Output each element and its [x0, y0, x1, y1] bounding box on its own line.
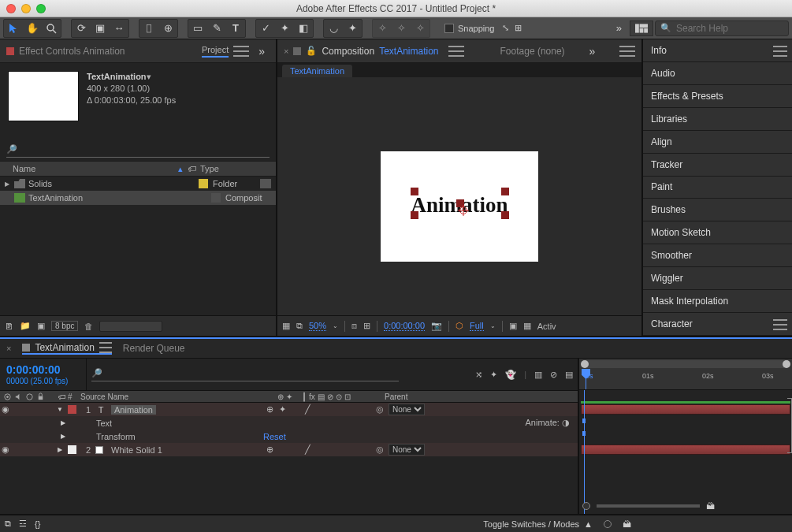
- video-toggle-icon[interactable]: ◉: [0, 445, 11, 455]
- toggle-in-out-icon[interactable]: {}: [35, 519, 40, 529]
- trash-icon[interactable]: 🗑: [84, 322, 93, 331]
- tab-footage[interactable]: Footage (none): [500, 46, 565, 57]
- column-name[interactable]: Name: [13, 164, 178, 173]
- panel-menu-icon[interactable]: [99, 342, 112, 353]
- panel-paint[interactable]: Paint: [643, 177, 792, 199]
- layer-label-swatch[interactable]: [68, 445, 76, 454]
- tabs-overflow-icon[interactable]: »: [584, 45, 600, 58]
- timeline-tracks[interactable]: 🏔: [579, 390, 792, 514]
- anchor-point-tool-icon[interactable]: ⊕: [158, 20, 177, 37]
- channel-icon[interactable]: ⬡: [455, 321, 463, 331]
- zoom-dropdown-icon[interactable]: ⌄: [333, 322, 338, 329]
- panel-smoother[interactable]: Smoother: [643, 244, 792, 267]
- tab-close-icon[interactable]: ×: [6, 344, 11, 353]
- roto-brush-tool-icon[interactable]: ◡: [324, 20, 343, 37]
- selection-tool-icon[interactable]: [4, 20, 23, 37]
- anchor-point-icon[interactable]: [459, 206, 467, 214]
- label-swatch[interactable]: [211, 193, 221, 203]
- panel-wiggler[interactable]: Wiggler: [643, 267, 792, 290]
- draft-3d-icon[interactable]: ✦: [490, 370, 497, 380]
- parent-select[interactable]: None: [389, 444, 425, 456]
- reset-button[interactable]: Reset: [263, 432, 286, 441]
- motion-blur-icon[interactable]: ⊘: [550, 370, 557, 380]
- world-axis-icon[interactable]: ✧: [392, 20, 411, 37]
- selection-handle[interactable]: [411, 188, 418, 195]
- footer-slider[interactable]: [99, 321, 162, 332]
- column-parent[interactable]: Parent: [385, 392, 407, 401]
- shape-tool-icon[interactable]: ▭: [188, 20, 207, 37]
- column-source-name[interactable]: Source Name: [80, 392, 128, 401]
- snapping-toggle[interactable]: Snapping ⤡ ⊞: [440, 23, 526, 33]
- lock-icon[interactable]: 🔓: [306, 46, 317, 56]
- panel-effects-presets[interactable]: Effects & Presets: [643, 85, 792, 108]
- solo-column-icon[interactable]: [25, 392, 34, 401]
- tab-comp-name[interactable]: TextAnimation: [379, 46, 438, 57]
- toggle-modes-icon[interactable]: ☲: [19, 519, 27, 529]
- layer-label-swatch[interactable]: [68, 405, 76, 414]
- label-column-icon[interactable]: 🏷: [58, 392, 66, 401]
- snapshot-icon[interactable]: 📷: [431, 321, 442, 331]
- column-number[interactable]: #: [68, 392, 73, 401]
- sort-indicator-icon[interactable]: ▴: [178, 164, 183, 174]
- new-comp-icon[interactable]: ▣: [37, 321, 45, 331]
- camera-tool-icon[interactable]: ▣: [91, 20, 110, 37]
- project-search-input[interactable]: [22, 143, 270, 155]
- pen-tool-icon[interactable]: ✎: [207, 20, 226, 37]
- selection-handle[interactable]: [411, 211, 418, 219]
- layer-property-transform[interactable]: ▶ Transform Reset: [0, 430, 578, 443]
- pickwhip-icon[interactable]: ◎: [376, 404, 384, 415]
- video-toggle-icon[interactable]: ◉: [0, 404, 11, 415]
- resolution-select[interactable]: Full: [470, 321, 484, 331]
- animate-menu-icon[interactable]: ◑: [562, 418, 570, 427]
- resolution-dropdown-icon[interactable]: ⌄: [490, 322, 496, 329]
- camera-track-tool-icon[interactable]: ↔: [110, 20, 128, 37]
- local-axis-icon[interactable]: ✧: [373, 20, 392, 37]
- selection-handle[interactable]: [501, 211, 509, 219]
- time-ruler[interactable]: 0s 01s 02s 03s: [579, 359, 792, 390]
- timeline-search-input[interactable]: [107, 367, 399, 379]
- zoom-handle[interactable]: [604, 520, 612, 528]
- orbit-tool-icon[interactable]: ⟳: [72, 20, 91, 37]
- search-help-field[interactable]: 🔍: [655, 20, 789, 36]
- search-help-input[interactable]: [676, 23, 783, 34]
- hide-shy-icon[interactable]: 👻: [505, 370, 516, 380]
- comp-thumbnail[interactable]: [8, 71, 79, 121]
- panel-character[interactable]: Character: [643, 313, 792, 336]
- layer-bar-animation[interactable]: [581, 404, 790, 415]
- playhead[interactable]: [586, 369, 586, 389]
- zoom-in-icon[interactable]: ▲: [584, 519, 593, 529]
- toggle-switches-icon[interactable]: ⧉: [5, 519, 11, 529]
- grid-icon[interactable]: ⊞: [363, 321, 370, 331]
- composition-canvas[interactable]: Animation: [381, 151, 538, 262]
- twisty-icon[interactable]: ▶: [58, 419, 68, 426]
- panel-menu-icon[interactable]: [448, 46, 464, 57]
- layer-property-text[interactable]: ▶ Text Animate: ◑: [0, 416, 578, 430]
- column-type[interactable]: Type: [200, 164, 219, 173]
- panel-motion-sketch[interactable]: Motion Sketch: [643, 221, 792, 244]
- toggle-switches-modes-button[interactable]: Toggle Switches / Modes: [483, 519, 579, 529]
- tab-render-queue[interactable]: Render Queue: [123, 343, 185, 354]
- zoom-level[interactable]: 50%: [309, 321, 326, 331]
- tab-effect-controls[interactable]: Effect Controls Animation: [19, 46, 125, 57]
- panel-align[interactable]: Align: [643, 131, 792, 154]
- zoom-out-icon[interactable]: 🏔: [706, 501, 715, 511]
- resolution-icon[interactable]: ⧉: [296, 321, 303, 331]
- comp-nav-tab[interactable]: TextAnimation: [282, 65, 352, 77]
- current-time-display[interactable]: 0:00:00:00 00000 (25.00 fps): [0, 359, 87, 390]
- column-label-icon[interactable]: 🏷: [188, 164, 200, 173]
- magnification-icon[interactable]: ▦: [282, 321, 290, 331]
- panel-info[interactable]: Info: [643, 39, 792, 62]
- twisty-icon[interactable]: ▼: [55, 406, 65, 413]
- panel-menu-icon[interactable]: [619, 46, 635, 57]
- tab-project[interactable]: Project: [202, 45, 249, 58]
- tab-close-icon[interactable]: ×: [284, 47, 288, 56]
- panel-mask-interpolation[interactable]: Mask Interpolation: [643, 290, 792, 313]
- lock-column-icon[interactable]: [36, 392, 45, 401]
- layer-row-animation[interactable]: ◉ ▼ 1 T Animation ⊕✦╱ ◎ None: [0, 403, 578, 416]
- snap-grid-icon[interactable]: ⊞: [515, 23, 522, 33]
- zoom-tool-icon[interactable]: [42, 20, 61, 37]
- active-camera-label[interactable]: Activ: [537, 322, 556, 331]
- tab-composition[interactable]: Composition: [322, 46, 374, 57]
- project-search[interactable]: 🔎: [6, 143, 270, 158]
- transparency-grid-icon[interactable]: ▦: [523, 321, 531, 331]
